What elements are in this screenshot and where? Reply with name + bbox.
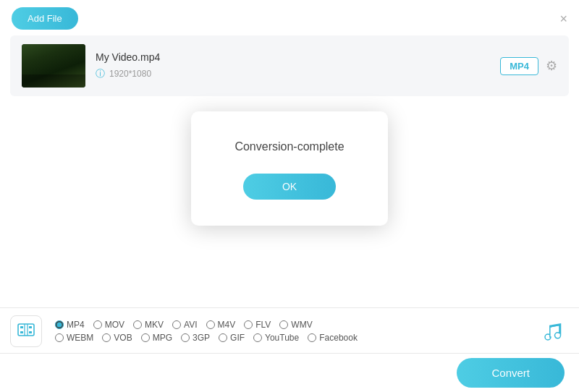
format-row-1: MP4 MOV MKV AVI M4V FLV WM — [51, 318, 528, 331]
file-actions: MP4 ⚙ — [500, 57, 557, 75]
format-option-mpg[interactable]: MPG — [137, 331, 177, 344]
format-radio-mkv[interactable] — [133, 320, 142, 329]
format-option-3gp[interactable]: 3GP — [177, 331, 214, 344]
main-window: Add File × My Video.mp4 ⓘ 1920*1080 MP4 … — [0, 0, 579, 392]
film-icon — [17, 320, 35, 343]
file-name: My Video.mp4 — [96, 51, 490, 63]
format-radio-facebook[interactable] — [308, 333, 316, 342]
format-radio-wmv[interactable] — [279, 320, 288, 329]
format-option-youtube[interactable]: YouTube — [249, 331, 303, 344]
format-options-grid: MP4 MOV MKV AVI M4V FLV WM — [51, 318, 528, 344]
format-radio-webm[interactable] — [55, 333, 64, 342]
format-selector: MP4 MOV MKV AVI M4V FLV WM — [0, 307, 579, 353]
close-button[interactable]: × — [559, 12, 567, 25]
format-radio-flv[interactable] — [244, 320, 253, 329]
file-meta: ⓘ 1920*1080 — [96, 67, 490, 80]
file-thumbnail — [22, 44, 85, 88]
format-row-2: WEBM VOB MPG 3GP GIF YouTube — [51, 331, 528, 344]
format-radio-avi[interactable] — [172, 320, 181, 329]
svg-rect-0 — [18, 324, 34, 336]
format-option-vob[interactable]: VOB — [98, 331, 136, 344]
modal-box: Conversion-complete OK — [191, 111, 387, 226]
format-option-webm[interactable]: WEBM — [51, 331, 98, 344]
title-bar: Add File × — [0, 0, 579, 35]
info-icon: ⓘ — [96, 67, 105, 80]
format-option-mkv[interactable]: MKV — [129, 318, 168, 331]
add-file-button[interactable]: Add File — [12, 7, 78, 30]
middle-area: Conversion-complete OK — [0, 96, 579, 241]
file-resolution: 1920*1080 — [109, 69, 151, 79]
format-radio-mov[interactable] — [93, 320, 102, 329]
music-icon-area[interactable] — [537, 315, 569, 347]
format-option-avi[interactable]: AVI — [168, 318, 201, 331]
format-option-mov[interactable]: MOV — [89, 318, 129, 331]
format-badge[interactable]: MP4 — [500, 57, 538, 75]
format-radio-vob[interactable] — [102, 333, 111, 342]
svg-rect-3 — [20, 331, 23, 333]
format-radio-gif[interactable] — [219, 333, 227, 342]
format-option-wmv[interactable]: WMV — [275, 318, 316, 331]
file-info: My Video.mp4 ⓘ 1920*1080 — [96, 51, 490, 80]
file-list: My Video.mp4 ⓘ 1920*1080 MP4 ⚙ — [10, 35, 569, 96]
format-radio-mpg[interactable] — [141, 333, 150, 342]
svg-rect-2 — [29, 326, 32, 328]
format-video-icon-area — [10, 315, 42, 347]
format-option-mp4[interactable]: MP4 — [51, 318, 89, 331]
svg-rect-1 — [20, 326, 23, 328]
format-option-facebook[interactable]: Facebook — [303, 331, 362, 344]
modal-title: Conversion-complete — [234, 140, 344, 153]
format-radio-mp4[interactable] — [55, 320, 64, 329]
thumbnail-image — [22, 44, 85, 88]
svg-rect-4 — [29, 331, 32, 333]
format-option-flv[interactable]: FLV — [240, 318, 275, 331]
ok-button[interactable]: OK — [243, 174, 336, 200]
action-bar: Convert — [0, 353, 579, 392]
convert-button[interactable]: Convert — [457, 358, 565, 388]
format-radio-youtube[interactable] — [253, 333, 262, 342]
format-radio-m4v[interactable] — [206, 320, 215, 329]
format-option-m4v[interactable]: M4V — [202, 318, 240, 331]
settings-button[interactable]: ⚙ — [546, 58, 557, 74]
format-radio-3gp[interactable] — [181, 333, 190, 342]
modal-overlay: Conversion-complete OK — [0, 96, 579, 241]
thumbnail-overlay — [22, 74, 85, 88]
format-option-gif[interactable]: GIF — [214, 331, 249, 344]
